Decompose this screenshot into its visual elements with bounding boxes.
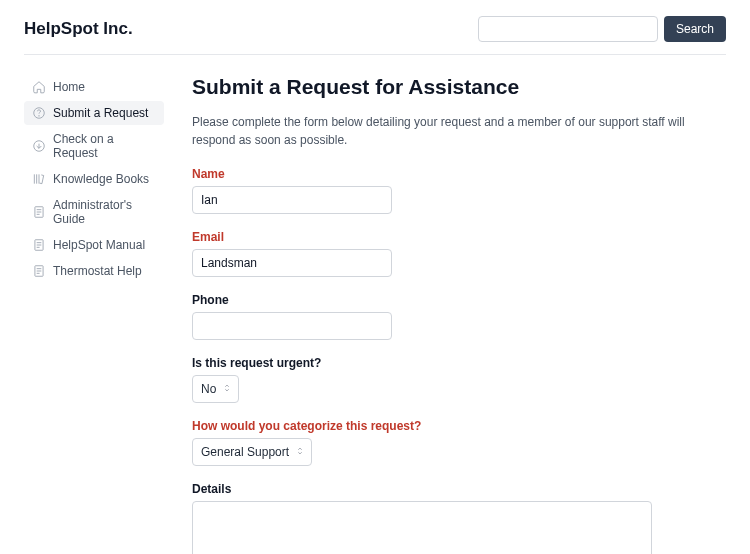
urgent-select-value: No <box>201 382 216 396</box>
svg-point-1 <box>39 116 40 117</box>
sidebar-item-label: Check on a Request <box>53 132 156 160</box>
field-details: Details <box>192 482 726 554</box>
sidebar-item-label: Home <box>53 80 85 94</box>
question-circle-icon <box>32 106 46 120</box>
document-icon <box>32 205 46 219</box>
header: HelpSpot Inc. Search <box>24 0 726 55</box>
chevron-updown-icon <box>222 382 232 396</box>
sidebar-item-submit-request[interactable]: Submit a Request <box>24 101 164 125</box>
document-icon <box>32 264 46 278</box>
chevron-updown-icon <box>295 445 305 459</box>
search-button[interactable]: Search <box>664 16 726 42</box>
label-name: Name <box>192 167 726 181</box>
name-input[interactable] <box>192 186 392 214</box>
label-details: Details <box>192 482 726 496</box>
sidebar-item-thermostat-help[interactable]: Thermostat Help <box>24 259 164 283</box>
intro-text: Please complete the form below detailing… <box>192 113 726 149</box>
sidebar-item-label: Knowledge Books <box>53 172 149 186</box>
label-phone: Phone <box>192 293 726 307</box>
urgent-select[interactable]: No <box>192 375 239 403</box>
sidebar-item-admin-guide[interactable]: Administrator's Guide <box>24 193 164 231</box>
sidebar-item-label: Administrator's Guide <box>53 198 156 226</box>
sidebar-item-helpspot-manual[interactable]: HelpSpot Manual <box>24 233 164 257</box>
search-input[interactable] <box>478 16 658 42</box>
sidebar-item-home[interactable]: Home <box>24 75 164 99</box>
label-email: Email <box>192 230 726 244</box>
sidebar: Home Submit a Request Check on a Request… <box>24 75 164 554</box>
sidebar-item-label: HelpSpot Manual <box>53 238 145 252</box>
details-textarea[interactable] <box>192 501 652 554</box>
label-urgent: Is this request urgent? <box>192 356 726 370</box>
brand-title: HelpSpot Inc. <box>24 19 133 39</box>
arrow-circle-icon <box>32 139 46 153</box>
page-title: Submit a Request for Assistance <box>192 75 726 99</box>
sidebar-item-knowledge-books[interactable]: Knowledge Books <box>24 167 164 191</box>
field-urgent: Is this request urgent? No <box>192 356 726 403</box>
sidebar-item-label: Thermostat Help <box>53 264 142 278</box>
field-category: How would you categorize this request? G… <box>192 419 726 466</box>
category-select-value: General Support <box>201 445 289 459</box>
category-select[interactable]: General Support <box>192 438 312 466</box>
field-phone: Phone <box>192 293 726 340</box>
sidebar-item-label: Submit a Request <box>53 106 148 120</box>
field-email: Email <box>192 230 726 277</box>
field-name: Name <box>192 167 726 214</box>
home-icon <box>32 80 46 94</box>
document-icon <box>32 238 46 252</box>
main-content: Submit a Request for Assistance Please c… <box>192 75 726 554</box>
label-category: How would you categorize this request? <box>192 419 726 433</box>
books-icon <box>32 172 46 186</box>
search-group: Search <box>478 16 726 42</box>
sidebar-item-check-request[interactable]: Check on a Request <box>24 127 164 165</box>
email-input[interactable] <box>192 249 392 277</box>
phone-input[interactable] <box>192 312 392 340</box>
